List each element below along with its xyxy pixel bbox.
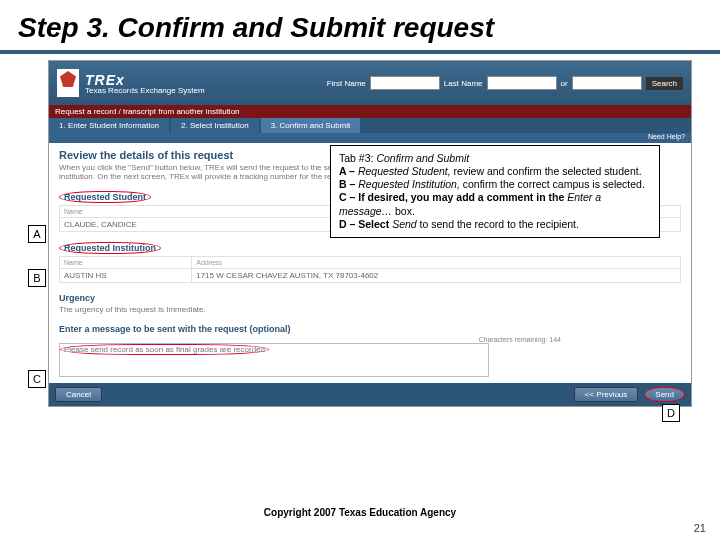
institution-table: NameAddress AUSTIN HS1715 W CESAR CHAVEZ…: [59, 256, 681, 283]
student-name-value: CLAUDE, CANDICE: [60, 218, 371, 232]
requested-student-heading: Requested Student: [59, 191, 151, 203]
chars-remaining: Characters remaining: 144: [59, 336, 681, 343]
texas-flag-logo: [57, 69, 79, 97]
callout-overlay: Tab #3: Confirm and Submit A – Requested…: [330, 145, 660, 238]
marker-d: D: [662, 404, 680, 422]
send-button[interactable]: Send: [644, 387, 685, 402]
urgency-text: The urgency of this request is Immediate…: [59, 305, 359, 314]
student-name-label: Name: [60, 206, 371, 218]
last-name-input[interactable]: [487, 76, 557, 90]
marker-a: A: [28, 225, 46, 243]
app-header: TREx Texas Records Exchange System First…: [49, 61, 691, 105]
request-bar: Request a record / transcript from anoth…: [49, 105, 691, 118]
message-sample-text: Please send record as soon as final grad…: [60, 344, 269, 355]
inst-name-label: Name: [60, 257, 192, 269]
review-paragraph: When you click the "Send" button below, …: [59, 163, 359, 181]
slide-title: Step 3. Confirm and Submit request: [0, 0, 720, 48]
previous-button[interactable]: << Previous: [574, 387, 639, 402]
tracking-input[interactable]: [572, 76, 642, 90]
help-bar[interactable]: Need Help?: [49, 133, 691, 143]
tab-select-institution[interactable]: 2. Select Institution: [171, 118, 259, 133]
tab-confirm-submit[interactable]: 3. Confirm and Submit: [261, 118, 361, 133]
requested-institution-heading: Requested Institution: [59, 242, 161, 254]
button-bar: Cancel << Previous Send: [49, 383, 691, 406]
wizard-tabs: 1. Enter Student Information 2. Select I…: [49, 118, 691, 133]
message-textarea[interactable]: Please send record as soon as final grad…: [59, 343, 489, 377]
header-search-area: First Name Last Name or Search: [327, 76, 683, 90]
inst-addr-value: 1715 W CESAR CHAVEZ AUSTIN, TX 78703-460…: [192, 269, 681, 283]
or-label: or: [561, 79, 568, 88]
cancel-button[interactable]: Cancel: [55, 387, 102, 402]
inst-name-value: AUSTIN HS: [60, 269, 192, 283]
title-underline: [0, 50, 720, 54]
inst-addr-label: Address: [192, 257, 681, 269]
marker-b: B: [28, 269, 46, 287]
urgency-heading: Urgency: [59, 293, 95, 303]
page-number: 21: [694, 522, 706, 534]
message-heading: Enter a message to be sent with the requ…: [59, 324, 291, 334]
last-name-label: Last Name: [444, 79, 483, 88]
brand-subtitle: Texas Records Exchange System: [85, 86, 205, 95]
first-name-label: First Name: [327, 79, 366, 88]
tab-student-info[interactable]: 1. Enter Student Information: [49, 118, 169, 133]
copyright-footer: Copyright 2007 Texas Education Agency: [0, 507, 720, 518]
marker-c: C: [28, 370, 46, 388]
first-name-input[interactable]: [370, 76, 440, 90]
search-button[interactable]: Search: [646, 77, 683, 90]
